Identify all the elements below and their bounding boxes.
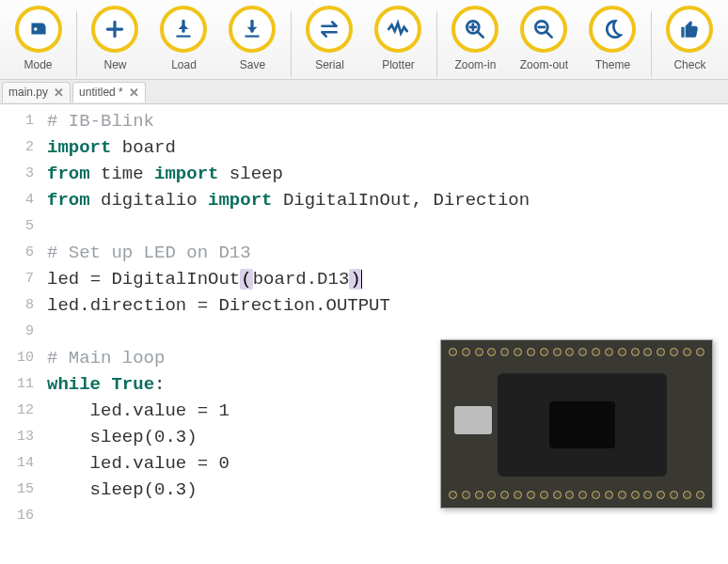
- toolbar-label: New: [103, 58, 126, 71]
- toolbar-separator: [291, 11, 292, 77]
- zoom-out-icon: [531, 17, 556, 41]
- code-line[interactable]: from time import sleep: [47, 161, 728, 187]
- check-button[interactable]: Check: [656, 6, 724, 71]
- moon-icon: [600, 17, 625, 41]
- zoom-out-button[interactable]: Zoom-out: [510, 6, 578, 71]
- code-editor[interactable]: 12345678910111213141516 # IB-Blinkimport…: [0, 104, 728, 529]
- plus-icon: [103, 17, 127, 41]
- save-button[interactable]: Save: [218, 6, 287, 71]
- new-button[interactable]: New: [81, 6, 150, 71]
- toolbar-separator: [436, 11, 437, 77]
- toolbar-label: Zoom-out: [520, 58, 568, 71]
- zoom-in-button[interactable]: Zoom-in: [441, 6, 510, 71]
- code-line[interactable]: led = DigitalInOut(board.D13): [47, 266, 728, 292]
- mode-button[interactable]: Mode: [4, 6, 72, 71]
- toolbar-label: Zoom-in: [454, 58, 496, 71]
- toolbar-label: Mode: [24, 58, 52, 71]
- toolbar: Mode New Load Save Serial Plotter Zoom-i…: [0, 0, 728, 80]
- toolbar-label: Plotter: [382, 58, 415, 71]
- load-button[interactable]: Load: [150, 6, 218, 71]
- zoom-in-icon: [463, 17, 487, 41]
- toolbar-label: Load: [171, 58, 197, 71]
- robot-icon: [26, 17, 51, 41]
- tab-label: untitled *: [79, 86, 123, 99]
- serial-button[interactable]: Serial: [295, 6, 364, 71]
- plotter-icon: [386, 17, 410, 41]
- tab-main-py[interactable]: main.py ✕: [2, 82, 71, 102]
- toolbar-separator: [76, 11, 77, 77]
- close-icon[interactable]: ✕: [129, 86, 139, 100]
- toolbar-label: Serial: [315, 58, 344, 71]
- thumbs-up-icon: [677, 17, 702, 41]
- microcontroller-photo: [440, 339, 713, 509]
- code-line[interactable]: led.direction = Direction.OUTPUT: [47, 292, 728, 319]
- close-icon[interactable]: ✕: [54, 86, 64, 100]
- code-line[interactable]: [47, 213, 728, 240]
- toolbar-separator: [651, 11, 652, 77]
- toolbar-label: Theme: [595, 58, 630, 71]
- serial-icon: [317, 17, 341, 41]
- code-line[interactable]: import board: [47, 134, 728, 161]
- tab-untitled[interactable]: untitled * ✕: [72, 82, 146, 102]
- save-icon: [240, 17, 264, 41]
- code-line[interactable]: # IB-Blink: [47, 108, 728, 134]
- line-gutter: 12345678910111213141516: [0, 108, 47, 529]
- tab-label: main.py: [8, 86, 48, 99]
- plotter-button[interactable]: Plotter: [364, 6, 433, 71]
- svg-point-0: [34, 27, 37, 30]
- load-icon: [171, 17, 196, 41]
- tab-bar: main.py ✕ untitled * ✕: [0, 80, 728, 104]
- theme-button[interactable]: Theme: [578, 6, 647, 71]
- code-line[interactable]: # Set up LED on D13: [47, 240, 728, 266]
- code-line[interactable]: from digitalio import DigitalInOut, Dire…: [47, 187, 728, 213]
- toolbar-label: Check: [673, 58, 705, 71]
- toolbar-label: Save: [240, 58, 265, 71]
